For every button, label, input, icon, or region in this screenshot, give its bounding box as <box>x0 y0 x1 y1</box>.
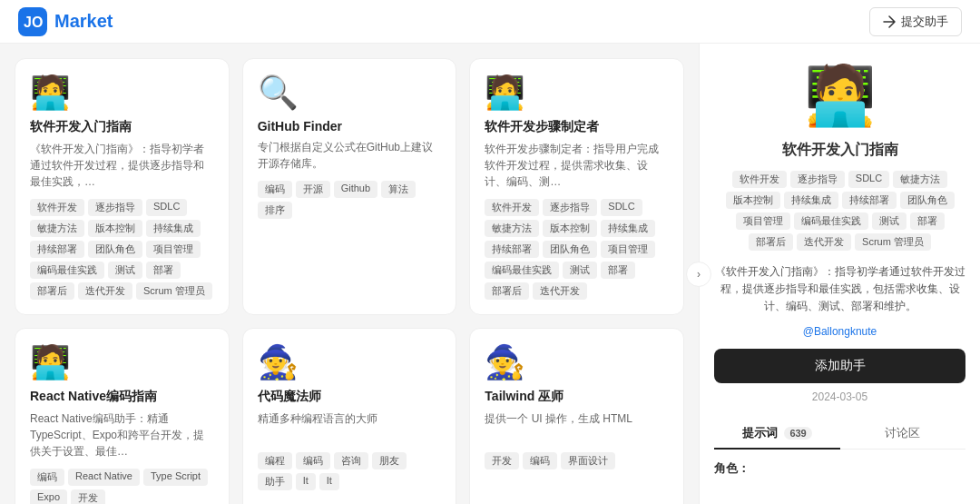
add-assistant-button[interactable]: 添加助手 <box>714 349 965 383</box>
card5-emoji: 🧙 <box>258 343 442 381</box>
logo-icon: JO <box>18 7 47 36</box>
tag: Scrum 管理员 <box>136 282 212 300</box>
header: JO Market 提交助手 <box>0 0 980 44</box>
panel-tag: 编码最佳实践 <box>794 212 868 230</box>
tab-prompts[interactable]: 提示词 639 <box>714 418 840 449</box>
card-software-guide[interactable]: 🧑‍💻 软件开发入门指南 《软件开发入门指南》：指导初学者通过软件开发过程，提供… <box>15 58 230 315</box>
card-dev-steps[interactable]: 🧑‍💻 软件开发步骤制定者 软件开发步骤制定者：指导用户完成软件开发过程，提供需… <box>469 58 684 315</box>
tag: 部署后 <box>30 282 74 300</box>
card2-emoji: 🔍 <box>258 74 442 112</box>
card2-tags: 编码 开源 Github 算法 排序 <box>258 181 442 219</box>
tag: 逐步指导 <box>88 199 142 216</box>
tag: 部署 <box>601 262 635 279</box>
card1-title: 软件开发入门指南 <box>30 119 214 135</box>
tag: 编程 <box>258 452 292 469</box>
card4-desc: React Native编码助手：精通TypeScript、Expo和跨平台开发… <box>30 410 214 460</box>
tag: 测试 <box>108 262 142 279</box>
logo-text: Market <box>54 11 113 32</box>
tag: SDLC <box>146 199 187 216</box>
card6-desc: 提供一个 UI 操作，生成 HTML <box>485 410 669 443</box>
tag: 编码 <box>523 452 557 469</box>
tag: Github <box>334 181 377 198</box>
panel-tag: 敏捷方法 <box>893 171 947 188</box>
panel-username[interactable]: @Ballongknute <box>803 325 877 338</box>
tag: 项目管理 <box>601 241 655 258</box>
tag: Expo <box>30 489 67 504</box>
main-layout: › 🧑‍💻 软件开发入门指南 《软件开发入门指南》：指导初学者通过软件开发过程，… <box>0 44 980 504</box>
tag: 编码 <box>30 469 64 486</box>
tag: 排序 <box>258 202 292 219</box>
panel-tag: 持续集成 <box>784 192 838 209</box>
tag: 编码最佳实践 <box>485 262 559 279</box>
card5-title: 代码魔法师 <box>258 389 442 405</box>
tag: It <box>319 473 339 490</box>
tab-badge-prompts: 639 <box>784 427 811 440</box>
panel-tags: 软件开发 逐步指导 SDLC 敏捷方法 版本控制 持续集成 持续部署 团队角色 … <box>714 171 965 251</box>
tag: 项目管理 <box>146 241 201 258</box>
tag: 开发 <box>485 452 519 469</box>
right-panel: 🧑‍💻 软件开发入门指南 软件开发 逐步指导 SDLC 敏捷方法 版本控制 持续… <box>699 44 980 504</box>
tag: 持续部署 <box>485 241 539 258</box>
card1-tags: 软件开发 逐步指导 SDLC 敏捷方法 版本控制 持续集成 持续部署 团队角色 … <box>30 199 214 300</box>
panel-date: 2024-03-05 <box>812 390 867 403</box>
panel-title: 软件开发入门指南 <box>782 141 898 160</box>
tag: It <box>296 473 316 490</box>
tag: 界面设计 <box>561 452 615 469</box>
panel-tag: 逐步指导 <box>790 171 845 188</box>
card4-title: React Native编码指南 <box>30 389 214 405</box>
tag: 迭代开发 <box>533 282 587 300</box>
tag: 部署后 <box>485 282 529 300</box>
card2-title: GitHub Finder <box>258 119 442 133</box>
submit-button[interactable]: 提交助手 <box>869 7 962 36</box>
submit-icon <box>883 15 896 28</box>
tag: 编码 <box>296 452 330 469</box>
tag: Type Script <box>143 469 208 486</box>
card4-emoji: 🧑‍💻 <box>30 343 214 381</box>
cards-area: 🧑‍💻 软件开发入门指南 《软件开发入门指南》：指导初学者通过软件开发过程，提供… <box>0 44 699 504</box>
card3-tags: 软件开发 逐步指导 SDLC 敏捷方法 版本控制 持续集成 持续部署 团队角色 … <box>485 199 669 300</box>
card-react-native[interactable]: 🧑‍💻 React Native编码指南 React Native编码助手：精通… <box>15 328 230 504</box>
tag: 编码 <box>258 181 292 198</box>
tag: SDLC <box>601 199 642 216</box>
tag: 朋友 <box>372 452 407 469</box>
tab-discussion[interactable]: 讨论区 <box>840 418 966 449</box>
tag: 算法 <box>381 181 416 198</box>
tag: 迭代开发 <box>78 282 132 300</box>
tag: 逐步指导 <box>543 199 597 216</box>
panel-tag: 软件开发 <box>732 171 787 188</box>
tag: 团队角色 <box>543 241 597 258</box>
card3-emoji: 🧑‍💻 <box>485 74 669 112</box>
panel-tabs: 提示词 639 讨论区 <box>714 418 965 450</box>
tag: 版本控制 <box>88 220 142 237</box>
panel-section: 角色： <box>714 460 965 477</box>
panel-avatar: 🧑‍💻 <box>804 62 877 130</box>
tag: 持续集成 <box>146 220 201 237</box>
tag: 团队角色 <box>88 241 142 258</box>
card6-tags: 开发 编码 界面设计 <box>485 452 669 469</box>
tag: 敏捷方法 <box>30 220 84 237</box>
tag: 助手 <box>258 473 292 490</box>
svg-text:JO: JO <box>24 15 43 30</box>
panel-tag: 测试 <box>872 212 906 230</box>
panel-desc: 《软件开发入门指南》：指导初学者通过软件开发过程，提供逐步指导和最佳实践，包括需… <box>714 263 965 316</box>
card-github-finder[interactable]: 🔍 GitHub Finder 专门根据自定义公式在GitHub上建议开源存储库… <box>242 58 457 315</box>
tag: 敏捷方法 <box>485 220 539 237</box>
tag: 开源 <box>296 181 330 198</box>
panel-toggle-arrow[interactable]: › <box>686 262 711 287</box>
panel-tag: 持续部署 <box>842 192 897 209</box>
card3-desc: 软件开发步骤制定者：指导用户完成软件开发过程，提供需求收集、设计、编码、测… <box>485 141 669 190</box>
panel-tag: 部署 <box>910 212 945 230</box>
card-tailwind-wizard[interactable]: 🧙 Tailwind 巫师 提供一个 UI 操作，生成 HTML 开发 编码 界… <box>469 328 684 504</box>
panel-tag: 团队角色 <box>900 192 955 209</box>
card-code-wizard[interactable]: 🧙 代码魔法师 精通多种编程语言的大师 编程 编码 咨询 朋友 助手 It It <box>242 328 457 504</box>
tag: 编码最佳实践 <box>30 262 104 279</box>
cards-grid: 🧑‍💻 软件开发入门指南 《软件开发入门指南》：指导初学者通过软件开发过程，提供… <box>15 58 684 504</box>
panel-tag: Scrum 管理员 <box>855 233 931 251</box>
tag: 测试 <box>563 262 597 279</box>
logo-area: JO Market <box>18 7 113 36</box>
tag: 开发 <box>71 489 105 504</box>
card5-desc: 精通多种编程语言的大师 <box>258 410 442 443</box>
card5-tags: 编程 编码 咨询 朋友 助手 It It <box>258 452 442 490</box>
card1-emoji: 🧑‍💻 <box>30 74 214 112</box>
tag: 咨询 <box>334 452 368 469</box>
